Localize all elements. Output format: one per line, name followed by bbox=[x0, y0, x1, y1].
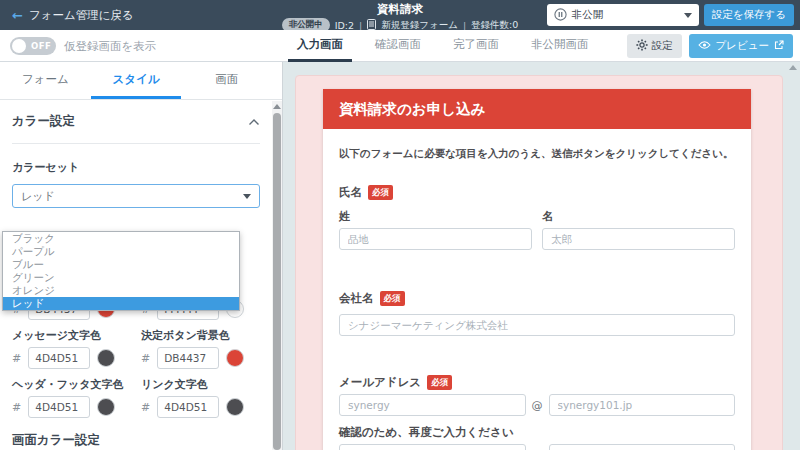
temp-registration-toggle[interactable]: OFF bbox=[10, 37, 56, 55]
toggle-state-label: OFF bbox=[31, 41, 51, 51]
company-input[interactable] bbox=[339, 314, 735, 336]
gear-icon bbox=[636, 39, 648, 53]
hash-prefix: # bbox=[141, 401, 150, 414]
meta-separator: | bbox=[359, 20, 362, 31]
required-badge: 必須 bbox=[368, 185, 393, 200]
sidebar-tab-form[interactable]: フォーム bbox=[0, 62, 91, 99]
settings-button[interactable]: 設定 bbox=[627, 34, 682, 58]
email-confirm-local-input[interactable] bbox=[339, 444, 526, 450]
hex-input[interactable] bbox=[157, 347, 219, 369]
color-field-label: 決定ボタン背景色 bbox=[141, 328, 260, 343]
eye-icon bbox=[698, 40, 711, 52]
publish-status-select[interactable]: 非公開 bbox=[547, 4, 699, 26]
sidebar-tabs: フォーム スタイル 画面 bbox=[0, 62, 282, 100]
form-id: ID:2 bbox=[335, 20, 354, 31]
color-field-label: メッセージ文字色 bbox=[12, 328, 131, 343]
temp-registration-toggle-wrap: OFF 仮登録画面を表示 bbox=[10, 37, 156, 55]
scroll-up-icon bbox=[273, 104, 281, 109]
color-field-message-text: メッセージ文字色 # bbox=[12, 328, 131, 369]
colorset-option-orange[interactable]: オレンジ bbox=[3, 284, 239, 297]
form-card-body: 以下のフォームに必要な項目を入力のうえ、送信ボタンをクリックしてください。 氏名… bbox=[323, 129, 751, 450]
company-field-block: 会社名 必須 bbox=[339, 291, 735, 336]
last-name-input[interactable] bbox=[339, 228, 532, 250]
color-settings-accordion[interactable]: カラー設定 bbox=[12, 100, 260, 144]
color-swatch[interactable] bbox=[226, 398, 244, 416]
tab-confirm-screen[interactable]: 確認画面 bbox=[366, 30, 430, 62]
form-title: 資料請求 bbox=[240, 2, 560, 17]
sidebar-tab-screen[interactable]: 画面 bbox=[181, 62, 272, 99]
screen-tabs: 入力画面 確認画面 完了画面 非公開画面 bbox=[288, 30, 598, 62]
colorset-option-black[interactable]: ブラック bbox=[3, 232, 239, 245]
preview-button-label: プレビュー bbox=[716, 39, 769, 53]
colorset-label: カラーセット bbox=[12, 160, 260, 175]
form-intro-text: 以下のフォームに必要な項目を入力のうえ、送信ボタンをクリックしてください。 bbox=[339, 147, 735, 161]
colorset-option-blue[interactable]: ブルー bbox=[3, 258, 239, 271]
screen-toolbar: OFF 仮登録画面を表示 入力画面 確認画面 完了画面 非公開画面 設定 プレビ… bbox=[0, 30, 800, 62]
tab-private-screen[interactable]: 非公開画面 bbox=[522, 30, 598, 62]
tab-input-screen[interactable]: 入力画面 bbox=[288, 30, 352, 62]
at-sign: @ bbox=[532, 399, 543, 412]
colorset-select[interactable]: レッド bbox=[12, 184, 260, 208]
save-settings-button[interactable]: 設定を保存する bbox=[704, 4, 794, 26]
color-field-label: ヘッダ・フッタ文字色 bbox=[12, 377, 131, 392]
style-sidebar: フォーム スタイル 画面 カラー設定 カラーセット レッド ブラック パープル … bbox=[0, 62, 283, 450]
back-to-form-management-link[interactable]: ← フォーム管理に戻る bbox=[12, 8, 134, 23]
color-field-button-bg: 決定ボタン背景色 # bbox=[141, 328, 260, 369]
hex-input[interactable] bbox=[28, 396, 90, 418]
sidebar-content: カラー設定 カラーセット レッド ブラック パープル ブルー グリーン オレンジ… bbox=[0, 100, 282, 450]
last-name-label: 姓 bbox=[339, 209, 532, 224]
form-card: 資料請求のお申し込み 以下のフォームに必要な項目を入力のうえ、送信ボタンをクリッ… bbox=[323, 89, 751, 450]
top-bar: ← フォーム管理に戻る 資料請求 非公開中 ID:2 | 新規登録フォーム | … bbox=[0, 0, 800, 30]
company-label: 会社名 bbox=[339, 291, 374, 306]
name-label: 氏名 bbox=[339, 185, 362, 200]
first-name-input[interactable] bbox=[542, 228, 735, 250]
required-badge: 必須 bbox=[427, 375, 452, 390]
email-field-block: メールアドレス 必須 @ 確認のため、再度ご入力ください @ bbox=[339, 375, 735, 450]
chevron-down-icon bbox=[684, 13, 692, 18]
colorset-option-red[interactable]: レッド bbox=[3, 297, 239, 310]
color-field-label: リンク文字色 bbox=[141, 377, 260, 392]
scrollbar-thumb[interactable] bbox=[273, 113, 281, 450]
email-local-input[interactable] bbox=[339, 394, 526, 416]
required-badge: 必須 bbox=[380, 291, 405, 306]
form-builder-app: ← フォーム管理に戻る 資料請求 非公開中 ID:2 | 新規登録フォーム | … bbox=[0, 0, 800, 450]
screen-color-settings-title: 画面カラー設定 bbox=[12, 432, 260, 449]
form-card-title: 資料請求のお申し込み bbox=[323, 89, 751, 129]
toggle-knob bbox=[12, 39, 26, 53]
color-swatch[interactable] bbox=[226, 349, 244, 367]
first-name-label: 名 bbox=[542, 209, 735, 224]
preview-button[interactable]: プレビュー bbox=[689, 34, 793, 58]
settings-button-label: 設定 bbox=[652, 39, 673, 53]
publish-status-value: 非公開 bbox=[572, 8, 604, 22]
form-preview-area: 資料請求のお申し込み 以下のフォームに必要な項目を入力のうえ、送信ボタンをクリッ… bbox=[283, 62, 800, 450]
pause-icon bbox=[554, 8, 567, 23]
top-actions: 非公開 設定を保存する bbox=[547, 4, 794, 26]
color-field-link-text: リンク文字色 # bbox=[141, 377, 260, 418]
form-page-background: 資料請求のお申し込み 以下のフォームに必要な項目を入力のうえ、送信ボタンをクリッ… bbox=[295, 75, 783, 450]
tab-complete-screen[interactable]: 完了画面 bbox=[444, 30, 508, 62]
sidebar-tab-style[interactable]: スタイル bbox=[91, 62, 182, 99]
back-arrow-icon: ← bbox=[12, 8, 23, 23]
hash-prefix: # bbox=[141, 352, 150, 365]
external-link-icon bbox=[774, 40, 784, 52]
colorset-option-green[interactable]: グリーン bbox=[3, 271, 239, 284]
hex-input[interactable] bbox=[157, 396, 219, 418]
email-domain-input[interactable] bbox=[549, 394, 736, 416]
colorset-option-purple[interactable]: パープル bbox=[3, 245, 239, 258]
hash-prefix: # bbox=[12, 401, 21, 414]
sidebar-scrollbar[interactable] bbox=[272, 101, 282, 450]
colorset-select-value: レッド bbox=[21, 189, 55, 204]
scroll-up-icon bbox=[789, 65, 797, 70]
color-swatch[interactable] bbox=[97, 398, 115, 416]
meta-separator: | bbox=[463, 20, 466, 31]
email-confirm-label: 確認のため、再度ご入力ください bbox=[339, 425, 735, 440]
back-label: フォーム管理に戻る bbox=[29, 8, 134, 23]
email-confirm-domain-input[interactable] bbox=[549, 444, 736, 450]
color-swatch[interactable] bbox=[97, 349, 115, 367]
color-field-header-footer-text: ヘッダ・フッタ文字色 # bbox=[12, 377, 131, 418]
chevron-up-icon bbox=[248, 114, 260, 129]
colorset-dropdown: ブラック パープル ブルー グリーン オレンジ レッド bbox=[2, 231, 240, 311]
color-settings-title: カラー設定 bbox=[12, 113, 75, 130]
form-header-info: 資料請求 非公開中 ID:2 | 新規登録フォーム | 登録件数:0 bbox=[240, 0, 560, 32]
hex-input[interactable] bbox=[28, 347, 90, 369]
